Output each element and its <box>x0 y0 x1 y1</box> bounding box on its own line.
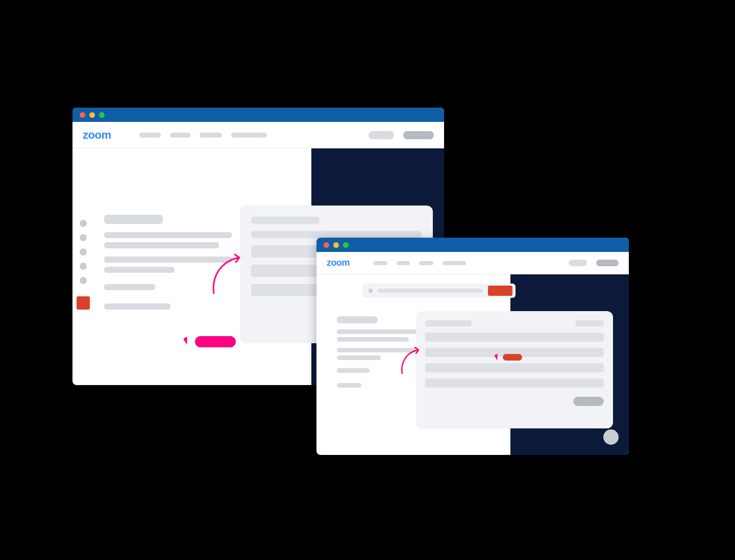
text-line <box>337 368 370 373</box>
text-line <box>337 348 419 352</box>
nav-item[interactable] <box>200 133 222 138</box>
fab-button[interactable] <box>603 429 619 445</box>
cursor-icon <box>183 337 191 345</box>
browser-window-secondary: zoom <box>316 238 629 455</box>
popup-card <box>416 311 613 428</box>
card-line <box>425 333 604 342</box>
search-bar[interactable] <box>362 284 516 298</box>
text-line <box>104 303 170 310</box>
nav-button-secondary[interactable] <box>369 131 394 139</box>
card-action-button[interactable] <box>573 397 604 406</box>
text-line <box>104 232 232 238</box>
nav-button-secondary[interactable] <box>569 260 587 266</box>
close-icon[interactable] <box>80 112 85 118</box>
highlight-button[interactable] <box>503 354 522 361</box>
nav-button-primary[interactable] <box>596 260 619 266</box>
rail-item[interactable] <box>80 234 87 241</box>
brand-logo: zoom <box>327 258 350 268</box>
card-line <box>251 231 422 238</box>
search-icon <box>369 289 373 293</box>
text-line <box>104 257 232 263</box>
titlebar <box>72 108 444 122</box>
rail-item[interactable] <box>80 277 87 284</box>
card-title <box>425 320 472 326</box>
content-column <box>104 215 232 310</box>
nav-item[interactable] <box>231 133 267 138</box>
nav-item[interactable] <box>170 133 190 138</box>
search-input[interactable] <box>378 289 483 293</box>
search-button[interactable] <box>488 286 512 296</box>
text-line <box>104 284 155 290</box>
text-line <box>104 267 175 273</box>
rail-item[interactable] <box>80 263 87 270</box>
card-meta <box>575 320 604 326</box>
action-button[interactable] <box>195 336 236 347</box>
text-line <box>104 242 219 248</box>
minimize-icon[interactable] <box>89 112 95 118</box>
text-line <box>337 355 381 360</box>
card-title <box>251 217 320 224</box>
nav-item[interactable] <box>373 261 387 265</box>
brand-logo: zoom <box>83 129 111 142</box>
navbar: zoom <box>72 122 444 148</box>
text-line <box>337 383 361 388</box>
content-column <box>337 316 419 388</box>
rail-item[interactable] <box>80 220 87 227</box>
maximize-icon[interactable] <box>343 242 349 248</box>
card-line <box>425 378 604 388</box>
minimize-icon[interactable] <box>333 242 339 248</box>
titlebar <box>316 238 629 252</box>
nav-item[interactable] <box>139 133 161 138</box>
heading-placeholder <box>104 215 163 224</box>
maximize-icon[interactable] <box>99 112 105 118</box>
rail-item[interactable] <box>80 248 87 256</box>
close-icon[interactable] <box>324 242 329 248</box>
navbar: zoom <box>316 252 629 274</box>
text-line <box>337 337 409 342</box>
card-line <box>425 363 604 372</box>
side-rail <box>72 220 94 310</box>
nav-item[interactable] <box>443 261 466 265</box>
nav-button-primary[interactable] <box>403 131 434 139</box>
heading-placeholder <box>337 316 378 323</box>
nav-item[interactable] <box>419 261 433 265</box>
rail-item-active[interactable] <box>77 296 90 310</box>
text-line <box>337 329 419 334</box>
nav-item[interactable] <box>397 261 410 265</box>
